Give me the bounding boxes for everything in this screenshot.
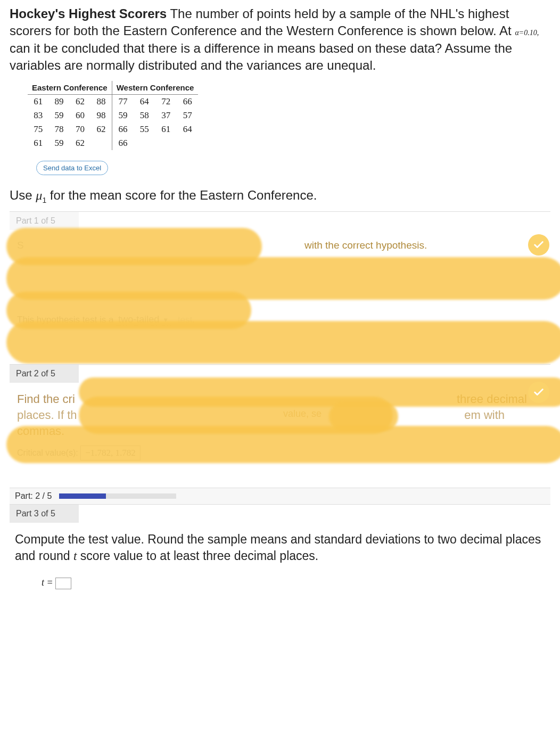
progress-row: Part: 2 / 5	[10, 488, 550, 505]
part-1-container: Part 1 of 5 S with the correct hypothesi…	[10, 211, 550, 352]
t-equals-label: t =	[42, 577, 53, 588]
cell: 64	[177, 122, 198, 136]
table-row: 83 59 60 98 59 58 37 57	[28, 109, 198, 122]
cell: 75	[28, 122, 48, 136]
cell: 57	[177, 109, 198, 122]
send-data-to-excel-button[interactable]: Send data to Excel	[36, 161, 108, 175]
use-post: for the mean score for the Eastern Confe…	[46, 188, 317, 202]
cell: 59	[48, 109, 69, 122]
part1-left-fragment: S	[17, 240, 24, 251]
cell: 78	[48, 122, 69, 136]
progress-bar	[59, 493, 176, 499]
cell: 59	[112, 109, 134, 122]
part2-line1-right: three decimal	[457, 392, 527, 406]
table-row: 61 89 62 88 77 64 72 66	[28, 94, 198, 109]
two-tailed-pre: This hypothesis test is a	[17, 315, 116, 325]
data-table: Eastern Conference Western Conference 61…	[28, 81, 198, 150]
progress-label: Part: 2 / 5	[15, 491, 52, 501]
cell	[155, 136, 177, 150]
cell: 77	[112, 94, 134, 109]
prompt-body-2: can it be concluded that there is a diff…	[10, 41, 512, 72]
two-tailed-suffix: test.	[178, 315, 195, 325]
alpha-expression: α=0.10,	[515, 29, 539, 37]
question-prompt: Hockey's Highest Scorers The number of p…	[10, 5, 550, 75]
part1-right-fragment: with the correct hypothesis.	[304, 240, 427, 251]
cell: 89	[48, 94, 69, 109]
cell: 64	[134, 94, 155, 109]
critical-value-label: Critical value(s):	[17, 448, 78, 457]
cell: 83	[28, 109, 48, 122]
table-header-west: Western Conference	[112, 81, 198, 95]
cell: 62	[70, 136, 90, 150]
cell: 61	[28, 94, 48, 109]
part-2-header: Part 2 of 5	[10, 365, 79, 383]
table-row: 61 59 62 66	[28, 136, 198, 150]
critical-value-input[interactable]: −1.782, 1.782	[80, 446, 141, 460]
part2-line1-left: Find the cri	[17, 392, 75, 406]
table-header-east: Eastern Conference	[28, 81, 112, 95]
cell: 61	[28, 136, 48, 150]
cell	[177, 136, 198, 150]
part-3-header: Part 3 of 5	[10, 505, 79, 523]
cell: 61	[155, 122, 177, 136]
cell	[134, 136, 155, 150]
mu-symbol: μ	[36, 188, 42, 202]
cell: 66	[112, 122, 134, 136]
part2-line2-left: places. If th	[17, 408, 77, 422]
cell: 60	[70, 109, 90, 122]
cell	[90, 136, 112, 150]
cell: 88	[90, 94, 112, 109]
tail-type-value: two-tailed	[118, 314, 159, 325]
part-1-header: Part 1 of 5	[10, 212, 79, 230]
chevron-down-icon: ▼	[162, 316, 169, 324]
use-mu-line: Use μ1 for the mean score for the Easter…	[10, 188, 550, 204]
cell: 66	[177, 94, 198, 109]
part2-line3: commas.	[17, 424, 543, 438]
cell: 55	[134, 122, 155, 136]
cell: 37	[155, 109, 177, 122]
cell: 62	[90, 122, 112, 136]
part-2-container: Part 2 of 5 Find the cri three decimal p…	[10, 364, 550, 476]
cell: 62	[70, 94, 90, 109]
cell: 98	[90, 109, 112, 122]
part2-line2-mid: value, se	[283, 408, 322, 419]
prompt-title: Hockey's Highest Scorers	[10, 6, 167, 21]
use-pre: Use	[10, 188, 36, 202]
cell: 58	[134, 109, 155, 122]
tail-type-dropdown[interactable]: two-tailed ▼	[116, 314, 171, 326]
part2-line2-right: em with	[464, 408, 505, 422]
cell: 72	[155, 94, 177, 109]
progress-fill	[59, 493, 106, 499]
t-value-input[interactable]	[55, 578, 71, 589]
table-row: 75 78 70 62 66 55 61 64	[28, 122, 198, 136]
part3-body-post: score value to at least three decimal pl…	[77, 549, 318, 563]
cell: 66	[112, 136, 134, 150]
part-3-container: Part 3 of 5 Compute the test value. Roun…	[10, 505, 550, 595]
cell: 70	[70, 122, 90, 136]
cell: 59	[48, 136, 69, 150]
